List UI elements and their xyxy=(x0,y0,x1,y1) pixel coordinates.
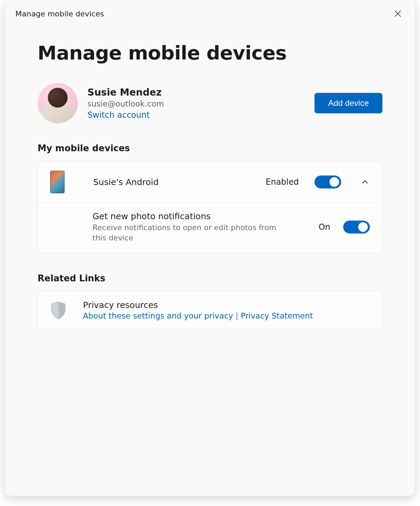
related-title: Privacy resources xyxy=(83,300,313,310)
devices-section-title: My mobile devices xyxy=(38,143,382,153)
device-card: Susie's Android Enabled Get new photo no… xyxy=(38,161,382,253)
account-email: susie@outlook.com xyxy=(87,99,164,108)
device-enable-toggle[interactable] xyxy=(314,175,341,188)
related-text: Privacy resources About these settings a… xyxy=(83,300,313,320)
device-header-row[interactable]: Susie's Android Enabled xyxy=(38,162,382,202)
window-title: Manage mobile devices xyxy=(15,10,104,18)
switch-account-link[interactable]: Switch account xyxy=(87,110,164,120)
device-setting-desc: Receive notifications to open or edit ph… xyxy=(93,223,284,243)
toggle-knob xyxy=(330,177,339,187)
device-name: Susie's Android xyxy=(93,177,256,187)
close-icon xyxy=(394,10,401,17)
close-button[interactable] xyxy=(390,6,405,21)
device-setting-row: Get new photo notifications Receive noti… xyxy=(38,202,382,253)
add-device-button[interactable]: Add device xyxy=(314,93,382,113)
content-area: Manage mobile devices Susie Mendez susie… xyxy=(5,21,415,329)
account-name: Susie Mendez xyxy=(87,87,164,98)
privacy-statement-link[interactable]: Privacy Statement xyxy=(241,311,313,320)
photo-notifications-toggle[interactable] xyxy=(343,221,370,234)
privacy-settings-link[interactable]: About these settings and your privacy xyxy=(83,311,233,320)
related-card: Privacy resources About these settings a… xyxy=(38,291,382,329)
expand-collapse-button[interactable] xyxy=(360,177,370,187)
toggle-knob xyxy=(358,222,368,232)
related-section-title: Related Links xyxy=(38,273,382,283)
page-title: Manage mobile devices xyxy=(38,42,382,64)
device-thumbnail-icon xyxy=(50,171,65,193)
settings-window: Manage mobile devices Manage mobile devi… xyxy=(5,0,415,496)
device-status-label: Enabled xyxy=(266,177,299,187)
account-row: Susie Mendez susie@outlook.com Switch ac… xyxy=(38,83,382,123)
shield-icon xyxy=(50,301,67,320)
account-left: Susie Mendez susie@outlook.com Switch ac… xyxy=(38,83,164,123)
titlebar: Manage mobile devices xyxy=(5,0,415,21)
device-setting-title: Get new photo notifications xyxy=(93,211,312,221)
account-info: Susie Mendez susie@outlook.com Switch ac… xyxy=(87,87,164,120)
device-setting-text: Get new photo notifications Receive noti… xyxy=(93,211,312,243)
link-separator: | xyxy=(233,311,241,320)
related-links: About these settings and your privacy | … xyxy=(83,311,313,320)
device-setting-status: On xyxy=(319,222,330,232)
chevron-up-icon xyxy=(362,179,368,185)
avatar xyxy=(38,83,78,123)
